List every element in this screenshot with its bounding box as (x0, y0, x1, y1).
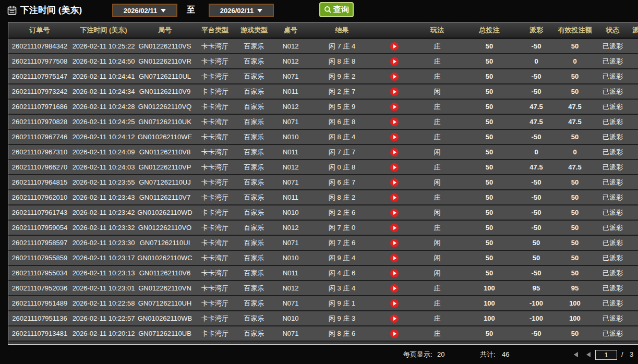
play-icon[interactable] (390, 239, 399, 247)
cell-payout: -100 (518, 296, 555, 311)
date-from-select[interactable]: 2026/02/11 (112, 4, 177, 17)
play-icon[interactable] (390, 72, 399, 81)
cell-table-no: N010 (272, 129, 309, 144)
cell-valid-bet: 50 (555, 326, 595, 341)
table-row: 2602111079751472026-02-11 10:24:41GN0712… (8, 69, 638, 84)
cell-bet-time: 2026-02-11 10:23:32 (71, 220, 136, 235)
play-icon[interactable] (390, 133, 399, 141)
cell-payout: 0 (518, 54, 555, 69)
cell-valid-bet: 50 (555, 205, 595, 220)
table-row: 2602111079558592026-02-11 10:23:17GN0102… (8, 250, 638, 265)
play-icon[interactable] (390, 193, 399, 202)
table-row: 2602111079673102026-02-11 10:24:09GN0112… (8, 144, 638, 160)
cell-order-no: 260211107958597 (8, 235, 71, 250)
cell-status: 已派彩 (595, 114, 630, 129)
subtotal-empty (595, 341, 630, 345)
cell-result: 闲 9 庄 1 (309, 296, 375, 311)
cell-total-bet: 50 (461, 235, 518, 250)
cell-order-no: 260211107964815 (8, 175, 71, 190)
filter-bar: 下注时间 (美东) 2026/02/11 至 2026/02/11 查询 (0, 0, 638, 22)
date-to-select[interactable]: 2026/02/11 (209, 4, 274, 17)
cell-result: 闲 8 庄 8 (309, 54, 375, 69)
cell-bet-time: 2026-02-11 10:25:22 (71, 39, 136, 54)
cell-round-no: GN010262110WD (136, 205, 194, 220)
cell-round-no: GN011262110V6 (136, 265, 194, 281)
cell-total-bet: 50 (461, 144, 518, 160)
subtotal-payout: -362.5 (518, 341, 555, 345)
play-icon[interactable] (390, 88, 399, 96)
cell-game-type: 百家乐 (236, 296, 272, 311)
cell-clipped (630, 160, 638, 175)
play-icon[interactable] (390, 330, 399, 338)
play-icon[interactable] (390, 284, 399, 293)
cell-bet-time: 2026-02-11 10:23:43 (71, 190, 136, 205)
query-button[interactable]: 查询 (319, 2, 354, 17)
cell-table-no: N071 (272, 296, 309, 311)
chevron-down-icon (161, 9, 166, 13)
cell-result: 闲 6 庄 8 (309, 114, 375, 129)
cell-clipped (630, 220, 638, 235)
cell-clipped (630, 144, 638, 160)
date-to-value: 2026/02/11 (220, 7, 254, 15)
play-icon[interactable] (390, 224, 399, 232)
cell-video (375, 235, 414, 250)
cell-round-no: GN071262110UH (136, 296, 194, 311)
per-page-value: 20 (437, 345, 444, 364)
cell-result: 闲 0 庄 8 (309, 160, 375, 175)
calendar-icon (7, 5, 17, 16)
play-icon[interactable] (390, 209, 399, 217)
cell-bet-time: 2026-02-11 10:22:57 (71, 311, 136, 326)
play-icon[interactable] (390, 57, 399, 66)
cell-clipped (630, 114, 638, 129)
cell-video (375, 54, 414, 69)
cell-game-type: 百家乐 (236, 250, 272, 265)
cell-platform: 卡卡湾厅 (194, 250, 236, 265)
cell-result: 闲 2 庄 7 (309, 84, 375, 99)
table-row: 2602111079550342026-02-11 10:23:13GN0112… (8, 265, 638, 281)
cell-bet-time: 2026-02-11 10:20:12 (71, 326, 136, 341)
play-icon[interactable] (390, 269, 399, 277)
cell-status: 已派彩 (595, 250, 630, 265)
table-row: 2602111079648152026-02-11 10:23:55GN0712… (8, 175, 638, 190)
cell-payout: -50 (518, 69, 555, 84)
page-input[interactable]: 1 (595, 350, 617, 360)
cell-game-type: 百家乐 (236, 311, 272, 326)
play-icon[interactable] (390, 118, 399, 126)
cell-status: 已派彩 (595, 144, 630, 160)
cell-table-no: N010 (272, 311, 309, 326)
cell-valid-bet: 0 (555, 144, 595, 160)
play-icon[interactable] (390, 42, 399, 51)
play-icon[interactable] (390, 178, 399, 187)
cell-order-no: 260211107973242 (8, 84, 71, 99)
play-icon[interactable] (390, 103, 399, 111)
cell-platform: 卡卡湾厅 (194, 205, 236, 220)
cell-status: 已派彩 (595, 311, 630, 326)
cell-status: 已派彩 (595, 99, 630, 114)
cell-bet-on: 闲 (414, 250, 461, 265)
cell-clipped (630, 190, 638, 205)
play-icon[interactable] (390, 314, 399, 323)
cell-payout: -50 (518, 326, 555, 341)
play-icon[interactable] (390, 148, 399, 156)
cell-bet-on: 庄 (414, 326, 461, 341)
table-header-row: 订单号下注时间 (美东)局号平台类型游戏类型桌号结果玩法总投注派彩有效投注额状态… (8, 22, 638, 39)
cell-clipped (630, 69, 638, 84)
cell-valid-bet: 0 (555, 54, 595, 69)
cell-clipped (630, 175, 638, 190)
play-icon[interactable] (390, 299, 399, 308)
cell-payout: 50 (518, 250, 555, 265)
subtotal-spacer (8, 341, 414, 345)
cell-total-bet: 50 (461, 265, 518, 281)
cell-platform: 卡卡湾厅 (194, 144, 236, 160)
cell-bet-time: 2026-02-11 10:23:13 (71, 265, 136, 281)
play-icon[interactable] (390, 163, 399, 172)
cell-round-no: GN071262110UB (136, 326, 194, 341)
play-icon[interactable] (390, 254, 399, 262)
cell-platform: 卡卡湾厅 (194, 220, 236, 235)
cell-bet-on: 庄 (414, 190, 461, 205)
cell-payout: -50 (518, 39, 555, 54)
cell-valid-bet: 50 (555, 129, 595, 144)
cell-status: 已派彩 (595, 175, 630, 190)
cell-video (375, 84, 414, 99)
subtotal-total-bet: 1150 (461, 341, 518, 345)
